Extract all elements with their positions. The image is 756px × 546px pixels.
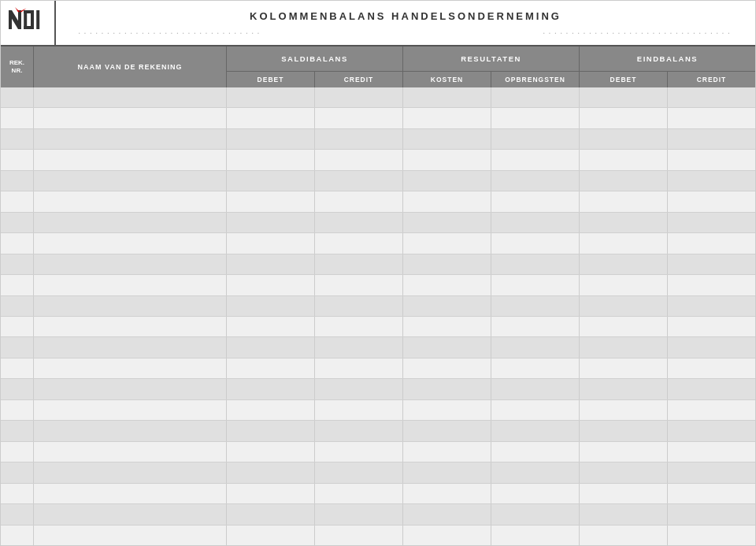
naam-label: NAAM VAN DE REKENING (78, 63, 183, 71)
eindbalans-credit-cell (668, 317, 755, 336)
eindbalans-credit-cell (668, 150, 755, 169)
saldibalans-debet-cell (227, 296, 315, 316)
eindbalans-title: EINDBALANS (580, 46, 755, 72)
rek-nr-cell (1, 275, 34, 295)
eindbalans-pair (580, 358, 755, 378)
table-row (1, 526, 755, 545)
resultaten-pair (403, 150, 580, 169)
saldibalans-credit-cell (315, 442, 402, 462)
rek-nr-cell (1, 484, 34, 503)
eindbalans-credit-cell (668, 129, 755, 149)
table-row (1, 254, 755, 275)
title-dots-line: ................................ .......… (62, 25, 749, 36)
eindbalans-pair (580, 400, 755, 420)
naam-header: NAAM VAN DE REKENING (34, 46, 227, 87)
resultaten-kosten-cell (403, 526, 491, 545)
resultaten-opbrengsten-cell (491, 421, 579, 440)
eindbalans-pair (580, 171, 755, 191)
resultaten-kosten-cell (403, 275, 491, 295)
resultaten-opbrengsten-cell (491, 526, 579, 545)
table-row (1, 213, 755, 233)
table-row (1, 87, 755, 108)
resultaten-opbrengsten-cell (491, 129, 579, 149)
saldibalans-debet-cell (227, 275, 315, 295)
saldibalans-pair (227, 150, 403, 169)
resultaten-opbrengsten-cell (491, 379, 579, 399)
saldibalans-pair (227, 421, 403, 440)
eindbalans-pair (580, 317, 755, 336)
eindbalans-debet-cell (580, 171, 668, 191)
table-row (1, 108, 755, 128)
saldibalans-credit-cell (315, 150, 402, 169)
resultaten-title: RESULTATEN (403, 46, 579, 72)
saldibalans-pair (227, 504, 403, 524)
eindbalans-pair (580, 526, 755, 545)
rek-nr-cell (1, 233, 34, 253)
eindbalans-credit-cell (668, 358, 755, 378)
rek-nr-cell (1, 171, 34, 191)
saldibalans-credit-cell (315, 191, 402, 211)
saldibalans-pair (227, 108, 403, 128)
eindbalans-debet-cell (580, 379, 668, 399)
saldibalans-debet-cell (227, 129, 315, 149)
resultaten-opbrengsten-cell (491, 108, 579, 128)
saldibalans-credit-cell (315, 462, 402, 482)
eindbalans-credit-cell (668, 337, 755, 357)
saldibalans-pair (227, 317, 403, 336)
table-row (1, 462, 755, 483)
eindbalans-credit-cell (668, 379, 755, 399)
eindbalans-debet: DEBET (580, 72, 668, 87)
resultaten-pair (403, 213, 580, 232)
saldibalans-credit-cell (315, 337, 402, 357)
saldibalans-pair (227, 233, 403, 253)
resultaten-opbrengsten-cell (491, 254, 579, 274)
saldibalans-credit-cell (315, 400, 402, 420)
eindbalans-debet-cell (580, 275, 668, 295)
rows-container (1, 87, 755, 545)
page: KOLOMMENBALANS HANDELSONDERNEMING ......… (0, 0, 756, 546)
resultaten-pair (403, 526, 580, 545)
eindbalans-pair (580, 129, 755, 149)
saldibalans-credit-cell (315, 171, 402, 191)
resultaten-pair (403, 191, 580, 211)
table-row (1, 296, 755, 317)
saldibalans-pair (227, 171, 403, 191)
rek-nr-header: REK.NR. (1, 46, 34, 87)
eindbalans-pair (580, 191, 755, 211)
saldibalans-debet-cell (227, 108, 315, 128)
resultaten-opbrengsten-cell (491, 337, 579, 357)
resultaten-kosten-cell (403, 462, 491, 482)
eindbalans-credit-cell (668, 400, 755, 420)
resultaten-opbrengsten-cell (491, 317, 579, 336)
eindbalans-debet-cell (580, 526, 668, 545)
resultaten-kosten-cell (403, 400, 491, 420)
eindbalans-credit-cell (668, 442, 755, 462)
resultaten-opbrengsten-cell (491, 275, 579, 295)
resultaten-kosten-cell (403, 150, 491, 169)
saldibalans-pair (227, 400, 403, 420)
resultaten-pair (403, 379, 580, 399)
eindbalans-pair (580, 275, 755, 295)
table-row (1, 317, 755, 337)
eindbalans-pair (580, 296, 755, 316)
rek-nr-cell (1, 379, 34, 399)
eindbalans-pair (580, 108, 755, 128)
rek-nr-cell (1, 442, 34, 462)
saldibalans-credit-cell (315, 504, 402, 524)
saldibalans-debet-cell (227, 462, 315, 482)
saldibalans-pair (227, 254, 403, 274)
dots-right: ................................. (543, 25, 733, 36)
saldibalans-pair (227, 87, 403, 107)
saldibalans-credit-cell (315, 421, 402, 440)
naam-cell (34, 379, 227, 399)
naam-cell (34, 421, 227, 440)
eindbalans-credit-cell (668, 484, 755, 503)
eindbalans-credit: CREDIT (668, 72, 755, 87)
eindbalans-debet-cell (580, 129, 668, 149)
eindbalans-debet-cell (580, 108, 668, 128)
resultaten-kosten-cell (403, 358, 491, 378)
saldibalans-pair (227, 213, 403, 232)
rek-nr-cell (1, 296, 34, 316)
resultaten-kosten-cell (403, 484, 491, 503)
eindbalans-pair (580, 421, 755, 440)
